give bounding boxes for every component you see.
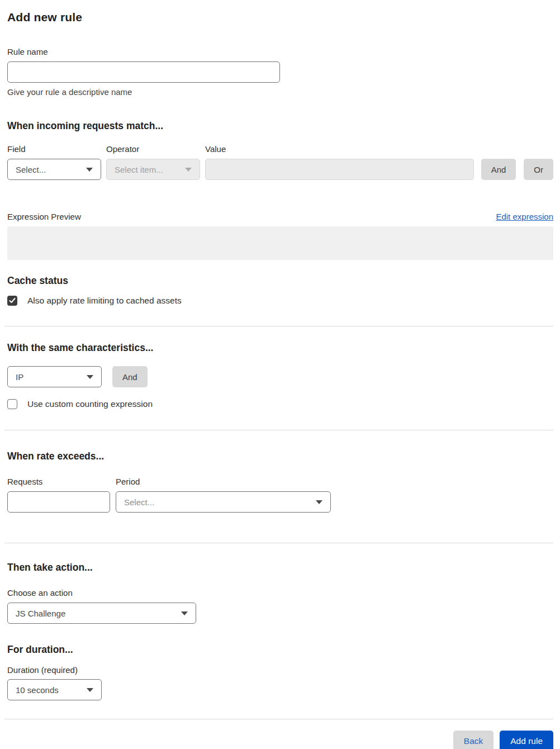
- duration-select[interactable]: 10 seconds: [7, 679, 102, 700]
- chevron-down-icon: [181, 611, 188, 615]
- value-label: Value: [205, 144, 553, 154]
- rule-name-label: Rule name: [7, 47, 553, 56]
- chevron-down-icon: [86, 168, 93, 172]
- action-select-value: JS Challenge: [16, 609, 65, 618]
- chevron-down-icon: [87, 375, 93, 379]
- period-select[interactable]: Select...: [116, 491, 331, 513]
- edit-expression-link[interactable]: Edit expression: [496, 212, 553, 221]
- operator-select-value: Select item...: [115, 165, 163, 174]
- field-label: Field: [7, 144, 101, 154]
- requests-input[interactable]: [7, 491, 110, 513]
- field-select-value: Select...: [16, 165, 46, 174]
- rule-name-helper: Give your rule a descriptive name: [7, 87, 553, 97]
- duration-label: Duration (required): [7, 665, 553, 675]
- characteristics-heading: With the same characteristics...: [7, 342, 553, 354]
- period-select-placeholder: Select...: [124, 497, 154, 507]
- chevron-down-icon: [316, 500, 322, 504]
- field-select[interactable]: Select...: [7, 159, 101, 180]
- rule-name-input[interactable]: [7, 61, 280, 83]
- characteristics-and-button[interactable]: And: [112, 366, 148, 387]
- cached-assets-checkbox-label: Also apply rate limiting to cached asset…: [27, 296, 182, 306]
- period-label: Period: [116, 477, 331, 486]
- action-label: Choose an action: [7, 588, 553, 598]
- section-divider: [4, 326, 553, 326]
- chevron-down-icon: [185, 168, 192, 172]
- action-heading: Then take action...: [7, 562, 553, 573]
- cached-assets-checkbox[interactable]: [7, 296, 17, 306]
- requests-label: Requests: [7, 477, 110, 486]
- custom-counting-checkbox[interactable]: [7, 399, 17, 409]
- operator-label: Operator: [106, 144, 200, 154]
- and-button[interactable]: And: [481, 159, 516, 180]
- back-button[interactable]: Back: [453, 731, 493, 749]
- match-section-heading: When incoming requests match...: [7, 120, 553, 132]
- action-select[interactable]: JS Challenge: [7, 603, 196, 624]
- duration-heading: For duration...: [7, 644, 553, 656]
- duration-select-value: 10 seconds: [16, 685, 59, 695]
- or-button[interactable]: Or: [524, 159, 553, 180]
- page-title: Add new rule: [7, 0, 553, 24]
- footer-divider: [4, 719, 553, 719]
- characteristics-select-value: IP: [16, 372, 23, 382]
- chevron-down-icon: [87, 688, 93, 692]
- characteristics-select[interactable]: IP: [7, 366, 102, 387]
- value-input: [205, 159, 474, 180]
- section-divider: [4, 430, 553, 430]
- operator-select: Select item...: [106, 159, 200, 180]
- expression-preview-box: [7, 226, 553, 260]
- add-rule-button[interactable]: Add rule: [500, 731, 553, 749]
- custom-counting-checkbox-label: Use custom counting expression: [27, 399, 153, 409]
- expression-preview-label: Expression Preview: [7, 212, 81, 221]
- section-divider: [4, 543, 553, 543]
- rate-heading: When rate exceeds...: [7, 451, 553, 462]
- checkmark-icon: [9, 298, 16, 304]
- cache-status-heading: Cache status: [7, 275, 553, 287]
